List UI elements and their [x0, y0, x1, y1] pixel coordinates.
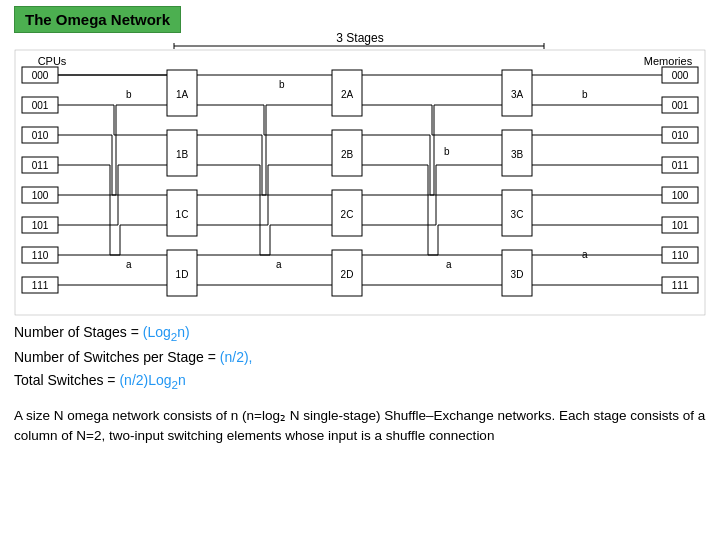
svg-text:111: 111: [672, 280, 689, 291]
svg-text:1B: 1B: [176, 149, 189, 160]
svg-text:010: 010: [32, 130, 49, 141]
switches-per-stage-value: (n/2),: [220, 349, 253, 365]
svg-text:a: a: [276, 259, 282, 270]
svg-text:2A: 2A: [341, 89, 354, 100]
svg-text:1D: 1D: [176, 269, 189, 280]
svg-text:3 Stages: 3 Stages: [336, 31, 383, 45]
svg-text:3A: 3A: [511, 89, 524, 100]
stages-value: (Log2n): [143, 324, 190, 340]
svg-text:111: 111: [32, 280, 49, 291]
svg-text:010: 010: [672, 130, 689, 141]
description-area: Number of Stages = (Log2n) Number of Swi…: [14, 322, 706, 446]
svg-text:110: 110: [672, 250, 689, 261]
page-title: The Omega Network: [14, 6, 181, 33]
svg-text:101: 101: [32, 220, 49, 231]
svg-text:000: 000: [32, 70, 49, 81]
svg-text:a: a: [126, 259, 132, 270]
svg-text:100: 100: [672, 190, 689, 201]
svg-text:1A: 1A: [176, 89, 189, 100]
svg-text:3D: 3D: [511, 269, 524, 280]
svg-text:a: a: [582, 249, 588, 260]
stages-formula: Number of Stages = (Log2n): [14, 322, 706, 345]
svg-text:110: 110: [32, 250, 49, 261]
network-diagram: 3 Stages CPUs Memories 000 001 010 011 1…: [14, 10, 706, 320]
total-switches-formula: Total Switches = (n/2)Log2n: [14, 370, 706, 393]
svg-text:b: b: [444, 146, 450, 157]
svg-text:2D: 2D: [341, 269, 354, 280]
svg-text:011: 011: [672, 160, 689, 171]
svg-text:2B: 2B: [341, 149, 354, 160]
svg-text:2C: 2C: [341, 209, 354, 220]
svg-text:a: a: [446, 259, 452, 270]
svg-text:b: b: [126, 89, 132, 100]
svg-text:001: 001: [672, 100, 689, 111]
total-switches-value: (n/2)Log2n: [119, 372, 185, 388]
svg-text:001: 001: [32, 100, 49, 111]
svg-text:1C: 1C: [176, 209, 189, 220]
svg-text:b: b: [582, 89, 588, 100]
svg-text:3C: 3C: [511, 209, 524, 220]
svg-text:000: 000: [672, 70, 689, 81]
svg-text:011: 011: [32, 160, 49, 171]
svg-text:b: b: [279, 79, 285, 90]
svg-text:Memories: Memories: [644, 55, 693, 67]
svg-text:3B: 3B: [511, 149, 524, 160]
svg-text:CPUs: CPUs: [38, 55, 67, 67]
svg-text:100: 100: [32, 190, 49, 201]
switches-per-stage-formula: Number of Switches per Stage = (n/2),: [14, 347, 706, 368]
svg-text:101: 101: [672, 220, 689, 231]
description-paragraph: A size N omega network consists of n (n=…: [14, 406, 706, 447]
